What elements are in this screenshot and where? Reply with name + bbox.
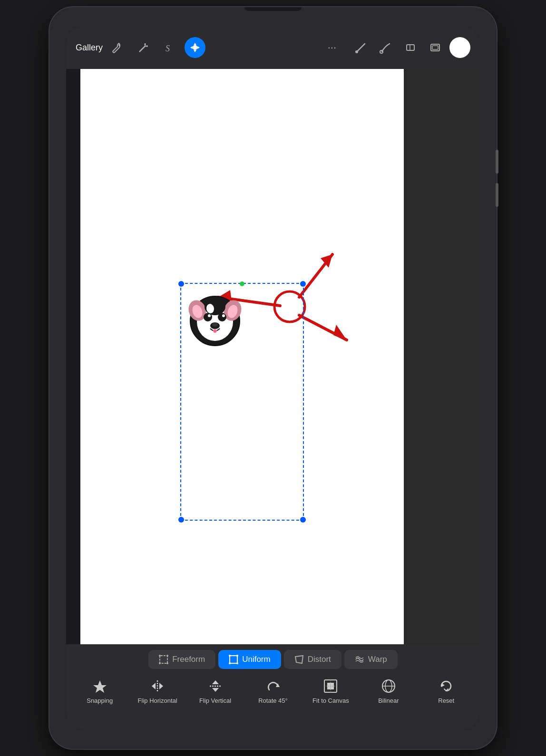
reset-button[interactable]: Reset — [422, 678, 470, 704]
volume-down-button[interactable] — [496, 183, 498, 207]
svg-marker-57 — [212, 688, 219, 692]
brush-icon[interactable] — [351, 37, 371, 58]
svg-point-49 — [229, 662, 231, 664]
snapping-button[interactable]: Snapping — [76, 678, 124, 704]
svg-point-6 — [145, 46, 146, 47]
canvas-white[interactable] — [80, 69, 404, 644]
fit-to-canvas-icon — [322, 678, 339, 695]
svg-text:S: S — [166, 44, 170, 53]
svg-point-50 — [236, 662, 238, 664]
svg-marker-53 — [152, 683, 156, 689]
bilinear-icon — [380, 678, 397, 695]
bottom-toolbar: Freeform Uniform Disto — [66, 644, 480, 730]
transform-actions: Snapping Flip Horizontal — [66, 674, 480, 708]
warp-tab[interactable]: Warp — [344, 650, 398, 669]
eraser-icon[interactable] — [400, 37, 421, 58]
svg-rect-41 — [160, 656, 167, 663]
svg-marker-66 — [441, 683, 445, 687]
snapping-icon — [91, 678, 108, 695]
rotate-45-icon — [264, 678, 282, 695]
svg-point-44 — [159, 662, 161, 664]
dark-panel — [404, 69, 480, 644]
svg-point-14 — [355, 50, 358, 53]
tablet-frame: Gallery — [49, 7, 497, 749]
svg-line-1 — [139, 46, 145, 52]
side-buttons — [496, 150, 498, 207]
right-tools — [351, 37, 470, 58]
magic-wand-icon[interactable] — [133, 37, 154, 58]
svg-marker-9 — [194, 43, 196, 45]
transform-tabs: Freeform Uniform Disto — [148, 644, 398, 674]
camera-bar — [244, 7, 302, 11]
svg-marker-11 — [194, 50, 196, 52]
layers-icon[interactable] — [425, 37, 446, 58]
flip-horizontal-button[interactable]: Flip Horizontal — [134, 678, 181, 704]
svg-marker-12 — [190, 46, 193, 49]
svg-rect-19 — [432, 46, 438, 49]
canvas-container — [66, 69, 480, 644]
dog-illustration — [184, 288, 246, 351]
distort-tab[interactable]: Distort — [284, 650, 341, 669]
bilinear-button[interactable]: Bilinear — [365, 678, 412, 704]
reset-icon — [438, 678, 455, 695]
smudge-icon[interactable] — [375, 37, 396, 58]
svg-rect-46 — [230, 656, 237, 663]
volume-up-button[interactable] — [496, 150, 498, 174]
gallery-button[interactable]: Gallery — [76, 43, 103, 53]
history-icon[interactable]: S — [159, 37, 180, 58]
svg-marker-56 — [212, 680, 219, 684]
svg-marker-51 — [93, 680, 107, 693]
fit-to-canvas-button[interactable]: Fit to Canvas — [307, 678, 354, 704]
transform-icon[interactable] — [185, 37, 205, 58]
svg-point-45 — [166, 662, 168, 664]
svg-marker-54 — [159, 683, 163, 689]
screen: Gallery — [66, 26, 480, 730]
rotate-45-button[interactable]: Rotate 45° — [249, 678, 297, 704]
svg-point-47 — [229, 655, 231, 657]
svg-point-42 — [159, 655, 161, 657]
svg-point-0 — [118, 44, 120, 46]
svg-rect-16 — [407, 45, 414, 50]
svg-point-43 — [166, 655, 168, 657]
svg-point-15 — [380, 50, 383, 53]
uniform-tab[interactable]: Uniform — [218, 650, 281, 669]
svg-marker-10 — [197, 46, 200, 49]
svg-point-35 — [208, 314, 211, 317]
wrench-icon[interactable] — [107, 37, 128, 58]
svg-point-48 — [236, 655, 238, 657]
svg-point-38 — [212, 323, 218, 327]
flip-vertical-button[interactable]: Flip Vertical — [192, 678, 239, 704]
more-options-icon[interactable]: ··· — [328, 41, 336, 54]
freeform-tab[interactable]: Freeform — [148, 650, 215, 669]
avatar[interactable] — [449, 37, 470, 58]
svg-point-8 — [193, 45, 197, 50]
svg-point-36 — [222, 314, 225, 317]
svg-line-13 — [357, 44, 365, 51]
top-toolbar: Gallery — [66, 26, 480, 69]
flip-vertical-icon — [207, 678, 224, 695]
flip-horizontal-icon — [149, 678, 166, 695]
